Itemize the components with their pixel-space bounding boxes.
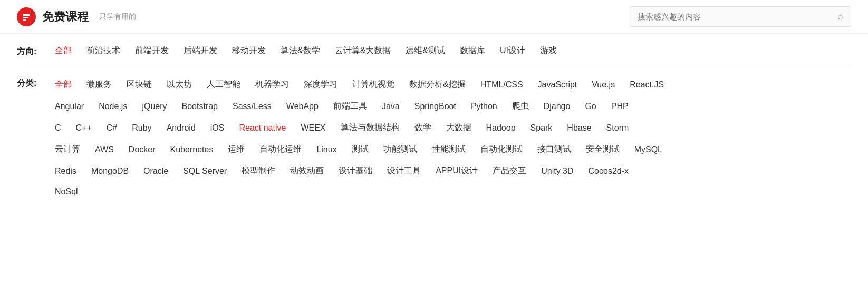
cat-item-django[interactable]: Django: [544, 101, 571, 112]
cat-item-nodejs[interactable]: Node.js: [99, 101, 127, 112]
cat-item-springboot[interactable]: SpringBoot: [414, 101, 456, 112]
cat-item-appui[interactable]: APPUI设计: [436, 164, 478, 178]
cat-item-python[interactable]: Python: [471, 101, 497, 112]
cat-item-ai[interactable]: 人工智能: [207, 78, 240, 91]
cat-item-dl[interactable]: 深度学习: [304, 78, 337, 91]
cat-item-go[interactable]: Go: [585, 101, 596, 112]
cat-item-bootstrap[interactable]: Bootstrap: [182, 101, 218, 112]
cat-item-sassless[interactable]: Sass/Less: [233, 101, 272, 112]
cat-item-jquery[interactable]: jQuery: [142, 101, 167, 112]
cat-item-cpp[interactable]: C++: [76, 122, 92, 134]
cat-item-test[interactable]: 测试: [352, 143, 369, 156]
cat-item-mysql[interactable]: MySQL: [634, 144, 662, 155]
logo-title: 免费课程: [42, 9, 89, 25]
logo-area: 免费课程 只学有用的: [17, 7, 136, 26]
cat-item-react-native[interactable]: React native: [239, 122, 286, 134]
cat-item-design-basics[interactable]: 设计基础: [339, 164, 372, 178]
direction-item-cloud[interactable]: 云计算&大数据: [335, 44, 391, 57]
category-row-1: AngularNode.jsjQueryBootstrapSass/LessWe…: [55, 100, 664, 113]
direction-label: 方向:: [17, 44, 42, 57]
cat-item-motion[interactable]: 动效动画: [290, 164, 324, 178]
cat-item-vuejs[interactable]: Vue.js: [592, 79, 615, 91]
cat-item-bigdata[interactable]: 大数据: [446, 121, 471, 134]
cat-item-mongodb[interactable]: MongoDB: [91, 165, 129, 177]
cat-item-aws[interactable]: AWS: [95, 144, 114, 155]
svg-rect-0: [23, 14, 30, 16]
cat-item-blockchain[interactable]: 区块链: [127, 78, 152, 91]
cat-item-ethereum[interactable]: 以太坊: [167, 78, 192, 91]
category-first-row: 分类: 全部微服务区块链以太坊人工智能机器学习深度学习计算机视觉数据分析&挖掘H…: [17, 76, 851, 206]
cat-item-func-test[interactable]: 功能测试: [383, 143, 417, 156]
cat-item-unity3d[interactable]: Unity 3D: [541, 165, 573, 177]
cat-item-android[interactable]: Android: [167, 122, 196, 134]
cat-item-redis[interactable]: Redis: [55, 165, 76, 177]
cat-item-oracle[interactable]: Oracle: [143, 165, 168, 177]
cat-item-microservice[interactable]: 微服务: [86, 78, 112, 91]
cat-item-math[interactable]: 数学: [414, 121, 431, 134]
cat-item-cocos2d[interactable]: Cocos2d-x: [589, 165, 629, 177]
category-row-3: 云计算AWSDockerKubernetes运维自动化运维Linux测试功能测试…: [55, 143, 664, 156]
direction-item-frontier[interactable]: 前沿技术: [86, 44, 120, 57]
cat-item-all[interactable]: 全部: [55, 78, 72, 91]
direction-item-all[interactable]: 全部: [55, 44, 72, 57]
cat-item-hbase[interactable]: Hbase: [567, 122, 591, 134]
category-row-0: 全部微服务区块链以太坊人工智能机器学习深度学习计算机视觉数据分析&挖掘HTML/…: [55, 78, 664, 91]
cat-item-ruby[interactable]: Ruby: [132, 122, 151, 134]
cat-item-htmlcss[interactable]: HTML/CSS: [480, 79, 523, 91]
cat-item-ml[interactable]: 机器学习: [255, 78, 289, 91]
cat-item-reactjs[interactable]: React.JS: [630, 79, 664, 91]
cat-item-docker[interactable]: Docker: [129, 144, 156, 155]
cat-item-csharp[interactable]: C#: [107, 122, 117, 134]
cat-item-yunwei[interactable]: 运维: [228, 143, 245, 156]
cat-item-sec-test[interactable]: 安全测试: [586, 143, 620, 156]
direction-item-backend[interactable]: 后端开发: [184, 44, 217, 57]
cat-item-modeling[interactable]: 模型制作: [242, 164, 275, 178]
direction-items: 全部前沿技术前端开发后端开发移动开发算法&数学云计算&大数据运维&测试数据库UI…: [55, 44, 851, 57]
logo-subtitle: 只学有用的: [99, 12, 136, 22]
direction-item-database[interactable]: 数据库: [460, 44, 485, 57]
cat-item-spark[interactable]: Spark: [531, 122, 553, 134]
cat-item-auto-test[interactable]: 自动化测试: [480, 143, 523, 156]
category-label: 分类:: [17, 76, 42, 89]
direction-item-frontend[interactable]: 前端开发: [135, 44, 169, 57]
cat-item-storm[interactable]: Storm: [606, 122, 629, 134]
category-row-4: RedisMongoDBOracleSQL Server模型制作动效动画设计基础…: [55, 164, 664, 178]
header: 免费课程 只学有用的 ⌕: [0, 0, 868, 34]
cat-item-auto-ops[interactable]: 自动化运维: [259, 143, 302, 156]
cat-item-ios[interactable]: iOS: [210, 122, 225, 134]
search-input[interactable]: [638, 12, 837, 21]
cat-item-dataanalysis[interactable]: 数据分析&挖掘: [409, 78, 466, 91]
cat-item-frontend-tools[interactable]: 前端工具: [333, 100, 367, 113]
direction-item-ops[interactable]: 运维&测试: [406, 44, 445, 57]
cat-item-javascript[interactable]: JavaScript: [538, 79, 577, 91]
direction-item-mobile[interactable]: 移动开发: [232, 44, 266, 57]
svg-rect-2: [23, 19, 26, 21]
cat-item-java[interactable]: Java: [382, 101, 400, 112]
cat-item-linux[interactable]: Linux: [316, 144, 336, 155]
category-row-2: CC++C#RubyAndroidiOSReact nativeWEEX算法与数…: [55, 121, 664, 134]
cat-item-cv[interactable]: 计算机视觉: [352, 78, 394, 91]
direction-item-algorithm[interactable]: 算法&数学: [281, 44, 320, 57]
cat-item-angular[interactable]: Angular: [55, 101, 84, 112]
cat-item-product-ux[interactable]: 产品交互: [493, 164, 526, 178]
cat-item-sqlserver[interactable]: SQL Server: [183, 165, 227, 177]
cat-item-kubernetes[interactable]: Kubernetes: [170, 144, 214, 155]
cat-item-yunjs[interactable]: 云计算: [55, 143, 80, 156]
cat-item-design-tools[interactable]: 设计工具: [387, 164, 421, 178]
cat-item-spider[interactable]: 爬虫: [512, 100, 529, 113]
cat-item-nosql[interactable]: NoSql: [55, 186, 78, 198]
direction-item-ui[interactable]: UI设计: [500, 44, 525, 57]
cat-item-algo-data[interactable]: 算法与数据结构: [341, 121, 400, 134]
svg-rect-1: [23, 17, 28, 18]
cat-item-weex[interactable]: WEEX: [301, 122, 325, 134]
search-icon[interactable]: ⌕: [837, 11, 843, 22]
main-content: 方向: 全部前沿技术前端开发后端开发移动开发算法&数学云计算&大数据运维&测试数…: [0, 34, 868, 217]
direction-item-game[interactable]: 游戏: [540, 44, 557, 57]
cat-item-php[interactable]: PHP: [611, 101, 629, 112]
cat-item-webapp[interactable]: WebApp: [286, 101, 319, 112]
cat-item-perf-test[interactable]: 性能测试: [432, 143, 466, 156]
cat-item-hadoop[interactable]: Hadoop: [486, 122, 516, 134]
search-area[interactable]: ⌕: [630, 6, 851, 27]
cat-item-api-test[interactable]: 接口测试: [537, 143, 571, 156]
cat-item-c[interactable]: C: [55, 122, 61, 134]
